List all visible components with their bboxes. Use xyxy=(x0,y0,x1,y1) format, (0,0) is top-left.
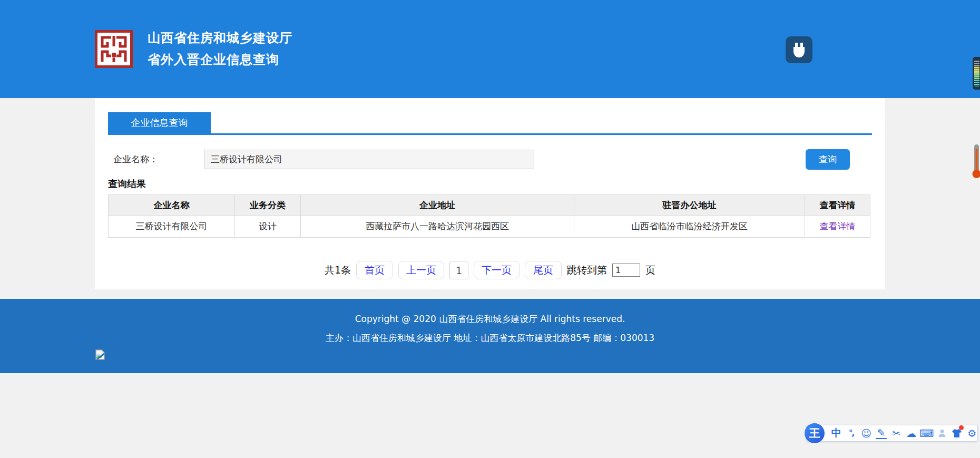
cell-company-address: 西藏拉萨市八一路哈达滨河花园西区 xyxy=(301,216,574,238)
results-table: 企业名称 业务分类 企业地址 驻晋办公地址 查看详情 三桥设计有限公司 设计 西… xyxy=(108,194,870,238)
total-count-label: 共1条 xyxy=(325,264,351,277)
site-header: 山西省住房和城乡建设厅 省外入晋企业信息查询 xyxy=(0,0,980,98)
col-view-details: 查看详情 xyxy=(805,195,870,216)
cell-company-name: 三桥设计有限公司 xyxy=(109,216,235,238)
account-icon[interactable] xyxy=(937,427,947,440)
col-office-address: 驻晋办公地址 xyxy=(574,195,805,216)
first-page-button[interactable]: 首页 xyxy=(356,261,393,279)
table-header-row: 企业名称 业务分类 企业地址 驻晋办公地址 查看详情 xyxy=(109,195,870,216)
next-page-button[interactable]: 下一页 xyxy=(474,261,520,279)
thermometer-widget[interactable] xyxy=(972,143,980,179)
results-heading: 查询结果 xyxy=(108,178,872,190)
notification-dot xyxy=(959,425,964,430)
cloud-icon[interactable]: ☁ xyxy=(906,427,916,440)
punctuation-icon[interactable]: °, xyxy=(846,427,856,440)
company-name-input[interactable] xyxy=(204,150,534,169)
jump-prefix-label: 跳转到第 xyxy=(567,264,607,277)
prev-page-button[interactable]: 上一页 xyxy=(398,261,444,279)
cell-office-address: 山西省临汾市临汾经济开发区 xyxy=(574,216,805,238)
scissors-icon[interactable]: ✂ xyxy=(891,427,901,440)
col-company-address: 企业地址 xyxy=(301,195,574,216)
skin-tshirt-icon[interactable] xyxy=(952,427,962,440)
tab-bar: 企业信息查询 xyxy=(108,112,872,135)
cell-business-category: 设计 xyxy=(235,216,301,238)
tab-enterprise-info-query[interactable]: 企业信息查询 xyxy=(108,112,211,133)
view-details-link[interactable]: 查看详情 xyxy=(820,221,856,231)
department-logo xyxy=(95,30,133,68)
sidebar-handle-widget[interactable] xyxy=(973,57,980,90)
tab-label: 企业信息查询 xyxy=(131,116,188,129)
jump-suffix-label: 页 xyxy=(645,264,655,277)
keyboard-icon[interactable]: ⌨ xyxy=(921,427,933,440)
pagination: 共1条 首页 上一页 1 下一页 尾页 跳转到第 页 xyxy=(108,261,872,279)
stripes-icon xyxy=(974,60,979,86)
col-business-category: 业务分类 xyxy=(235,195,301,216)
jump-page-input[interactable] xyxy=(612,264,640,277)
copyright-text: Copyright @ 2020 山西省住房和城乡建设厅 All rights … xyxy=(0,299,980,325)
broken-image-icon xyxy=(95,349,105,360)
ime-logo-icon[interactable]: 王 xyxy=(805,423,825,443)
chinese-mode-icon[interactable]: 中 xyxy=(831,427,841,440)
emoji-icon[interactable]: ☺ xyxy=(861,427,871,440)
query-button[interactable]: 查询 xyxy=(806,149,850,170)
plug-extension-icon[interactable] xyxy=(786,36,812,63)
current-page-indicator: 1 xyxy=(449,261,468,279)
last-page-button[interactable]: 尾页 xyxy=(525,261,562,279)
handwriting-icon[interactable]: ✎ xyxy=(876,428,886,439)
search-form: 企业名称： 查询 xyxy=(108,149,872,170)
company-name-label: 企业名称： xyxy=(108,153,204,165)
footer-info-text: 主办：山西省住房和城乡建设厅 地址：山西省太原市建设北路85号 邮编：03001… xyxy=(0,332,980,344)
site-footer: Copyright @ 2020 山西省住房和城乡建设厅 All rights … xyxy=(0,299,980,373)
ime-toolbar[interactable]: 王 中 °, ☺ ✎ ✂ ☁ ⌨ ⚙ xyxy=(806,425,978,442)
content-card: 企业信息查询 企业名称： 查询 查询结果 企业名称 业务分类 企业地址 驻晋办公… xyxy=(95,98,885,289)
table-row: 三桥设计有限公司 设计 西藏拉萨市八一路哈达滨河花园西区 山西省临汾市临汾经济开… xyxy=(109,216,870,238)
site-title-line2: 省外入晋企业信息查询 xyxy=(148,49,292,71)
site-title: 山西省住房和城乡建设厅 省外入晋企业信息查询 xyxy=(148,27,292,71)
settings-gear-icon[interactable]: ⚙ xyxy=(967,427,977,440)
site-title-line1: 山西省住房和城乡建设厅 xyxy=(148,27,292,49)
col-company-name: 企业名称 xyxy=(109,195,235,216)
